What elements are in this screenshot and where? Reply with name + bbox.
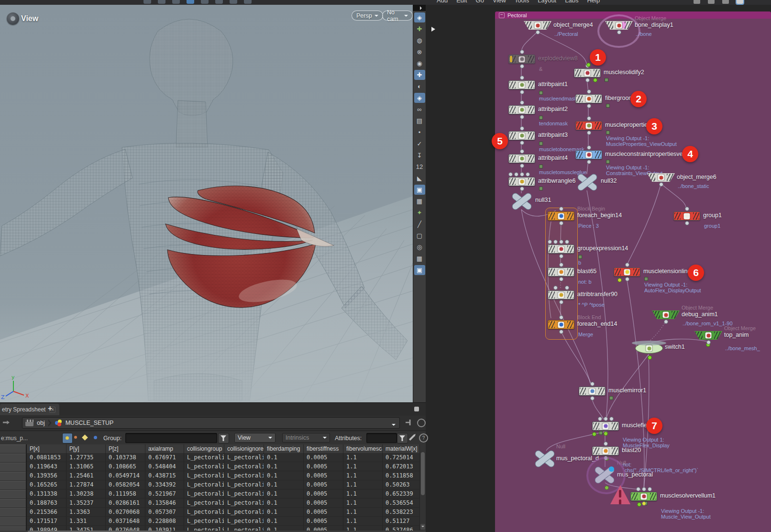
node-object_merge6[interactable]: object_merge6 ../bone_static bbox=[647, 173, 675, 182]
tumble-tool-icon[interactable] bbox=[143, 0, 151, 4]
input-dot[interactable] bbox=[559, 240, 563, 244]
table-cell[interactable]: 1.3363 bbox=[66, 508, 106, 516]
table-cell[interactable]: 0.1 bbox=[264, 499, 304, 507]
zoom-box-icon[interactable] bbox=[201, 0, 209, 4]
table-cell[interactable]: 0.334392 bbox=[145, 480, 184, 489]
table-cell[interactable]: 0.0371648 bbox=[106, 517, 145, 525]
output-dot[interactable] bbox=[520, 64, 524, 68]
display-dot[interactable] bbox=[648, 355, 652, 360]
table-cell[interactable]: L_pectorali bbox=[224, 499, 264, 507]
table-cell[interactable]: 0.1 bbox=[264, 453, 304, 462]
template-display-icon[interactable]: ▣ bbox=[414, 185, 425, 195]
table-cell[interactable]: L_pectorali bbox=[184, 471, 224, 480]
node-attribpaint2[interactable]: attribpaint2 tendonmask bbox=[508, 105, 535, 114]
input-dot[interactable] bbox=[590, 382, 595, 386]
table-cell[interactable]: 0.111958 bbox=[106, 489, 145, 498]
pane-menu-icon[interactable] bbox=[414, 407, 419, 411]
display-dot[interactable] bbox=[604, 432, 608, 436]
table-row[interactable]: 0.08818531.277350.1037380.676971L_pector… bbox=[27, 453, 420, 462]
menu-item[interactable]: Tools bbox=[515, 0, 529, 4]
table-cell[interactable]: L_pectorali bbox=[184, 508, 224, 516]
table-cell[interactable]: L_pectorali bbox=[224, 517, 264, 525]
input-dot[interactable] bbox=[565, 240, 569, 244]
glasses-icon[interactable]: ∞ bbox=[414, 104, 425, 114]
lock-icon[interactable]: ◍ bbox=[414, 35, 425, 45]
pin-icon[interactable]: ↧ bbox=[414, 150, 425, 160]
select-tool-icon[interactable] bbox=[158, 0, 165, 4]
column-header[interactable]: fiberdamping bbox=[264, 444, 304, 453]
input-dot[interactable] bbox=[604, 417, 608, 421]
screen-icon[interactable] bbox=[737, 0, 743, 4]
table-cell[interactable]: L_pectorali bbox=[224, 508, 264, 516]
input-dot[interactable] bbox=[587, 116, 591, 121]
table-cell[interactable]: 0.0005 bbox=[304, 453, 343, 462]
table-cell[interactable]: 0.0582054 bbox=[106, 480, 145, 489]
row-header[interactable] bbox=[0, 508, 27, 517]
input-dot[interactable] bbox=[559, 207, 563, 211]
column-header[interactable]: P[y] bbox=[66, 444, 106, 453]
network-editor[interactable]: − Pectoral bbox=[426, 5, 771, 532]
table-cell[interactable]: 1.30238 bbox=[66, 489, 106, 498]
node-muscleconstraintpropertiesvellum1[interactable]: muscleconstraintpropertiesvellum1 Viewin… bbox=[575, 150, 602, 159]
input-dot[interactable] bbox=[508, 172, 513, 177]
row-header[interactable] bbox=[0, 444, 27, 454]
menu-item[interactable]: Help bbox=[587, 0, 600, 4]
table-cell[interactable]: 0.548404 bbox=[145, 462, 184, 471]
display-dot[interactable] bbox=[605, 486, 609, 490]
node-mus_pectoral[interactable]: Null mus_pectoral bbox=[593, 466, 615, 484]
output-dot[interactable] bbox=[642, 501, 646, 506]
node-mus_pectoral_d[interactable]: Null mus_pectoral_d bbox=[533, 449, 555, 467]
table-cell[interactable]: 0.536554 bbox=[383, 499, 420, 507]
display-flag-icon[interactable]: ▣ bbox=[414, 265, 425, 275]
display-flag[interactable] bbox=[622, 22, 626, 29]
output-dot[interactable] bbox=[536, 30, 540, 34]
toolbar-collapse-arrow[interactable] bbox=[413, 5, 426, 11]
template-flag-icon[interactable] bbox=[606, 160, 610, 164]
table-cell[interactable]: 0.131338 bbox=[27, 489, 66, 498]
node-groupexpression14[interactable]: groupexpression14 b bbox=[548, 244, 574, 254]
table-cell[interactable]: 0.652339 bbox=[383, 489, 420, 498]
table-cell[interactable]: 0.165265 bbox=[27, 480, 66, 489]
breadcrumb-context[interactable]: obj bbox=[37, 420, 45, 426]
table-cell[interactable]: 0.171517 bbox=[27, 517, 66, 525]
template-flag-icon[interactable] bbox=[606, 131, 610, 134]
table-cell[interactable]: L_pectorali bbox=[184, 489, 224, 498]
node-null31[interactable]: null31 bbox=[510, 192, 532, 210]
table-row[interactable]: 0.1652651.278740.05820540.334392L_pector… bbox=[27, 480, 420, 489]
output-dot[interactable] bbox=[520, 90, 524, 94]
row-header[interactable] bbox=[0, 481, 27, 490]
table-cell[interactable]: 0.0005 bbox=[304, 499, 343, 507]
template-flag-icon[interactable] bbox=[599, 431, 603, 435]
table-cell[interactable]: 0.1 bbox=[264, 471, 304, 480]
input-dot[interactable] bbox=[520, 100, 524, 105]
table-cell[interactable]: 1.1 bbox=[343, 471, 383, 480]
output-dot[interactable] bbox=[520, 141, 524, 145]
point-mode-icon[interactable] bbox=[62, 433, 73, 443]
input-dot[interactable] bbox=[520, 50, 524, 54]
column-header[interactable]: P[z] bbox=[106, 444, 145, 453]
template-flag-icon[interactable] bbox=[606, 104, 610, 108]
persp-camera-button[interactable]: Persp bbox=[352, 11, 383, 21]
table-cell[interactable]: 0.0270068 bbox=[106, 508, 145, 516]
table-cell[interactable]: L_pectorali bbox=[184, 453, 224, 462]
node-musclesolidify2[interactable]: musclesolidify2 bbox=[574, 68, 601, 78]
display-dot[interactable] bbox=[617, 278, 622, 282]
output-dot[interactable] bbox=[590, 396, 595, 400]
node-muscleproperties1[interactable]: muscleproperties1 Viewing Output -1: Mus… bbox=[575, 121, 602, 130]
input-dot[interactable] bbox=[648, 487, 652, 491]
display-dot[interactable] bbox=[593, 78, 597, 82]
vertex-mode-icon[interactable] bbox=[74, 433, 78, 443]
points-of-interest-icon[interactable]: ✦ bbox=[414, 208, 425, 218]
path-arrow-icon[interactable] bbox=[3, 421, 10, 424]
table-cell[interactable]: 0.1 bbox=[264, 462, 304, 471]
scene-viewport[interactable]: y X Z View Persp No cam bbox=[0, 5, 413, 402]
table-cell[interactable]: 0.1 bbox=[264, 480, 304, 489]
table-cell[interactable]: 0.672013 bbox=[383, 462, 420, 471]
output-dot[interactable] bbox=[559, 254, 563, 258]
node-top_anim[interactable]: Object Merge top_anim ../bone_mesh_ bbox=[694, 331, 722, 340]
input-dot[interactable] bbox=[685, 207, 689, 211]
scroll-down-icon[interactable] bbox=[420, 524, 425, 530]
table-cell[interactable]: 1.1 bbox=[343, 517, 383, 525]
flag-icon[interactable] bbox=[708, 0, 715, 4]
table-cell[interactable]: L_pectorali bbox=[184, 517, 224, 525]
